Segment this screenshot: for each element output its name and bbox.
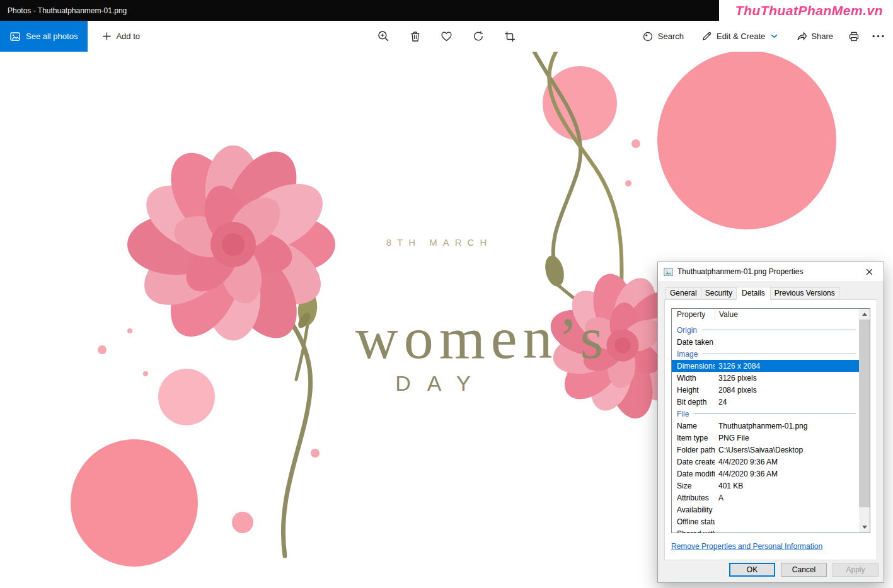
table-row[interactable]: Shared with xyxy=(672,527,859,533)
crop-button[interactable] xyxy=(498,25,521,48)
photo-caption-8th-march: 8TH MARCH xyxy=(386,237,493,248)
list-header: Property Value xyxy=(672,309,859,320)
edit-create-label: Edit & Create xyxy=(717,32,765,41)
property-value: 4/4/2020 9:36 AM xyxy=(715,458,859,466)
site-logo: ThuThuatPhanMem.vn xyxy=(719,0,893,21)
search-label: Search xyxy=(658,32,684,41)
zoom-button[interactable] xyxy=(372,25,395,48)
section-label: Origin xyxy=(672,326,697,335)
add-to-button[interactable]: Add to xyxy=(94,21,148,52)
print-button[interactable] xyxy=(843,25,865,48)
remove-properties-link[interactable]: Remove Properties and Personal Informati… xyxy=(671,542,822,551)
table-row[interactable]: Attributes A xyxy=(672,492,859,504)
table-row[interactable]: Date modified 4/4/2020 9:36 AM xyxy=(672,468,859,480)
properties-dialog: Thuthuatphanmem-01.png Properties Genera… xyxy=(657,262,884,583)
see-all-photos-label: See all photos xyxy=(26,32,78,41)
scrollbar[interactable] xyxy=(859,309,870,533)
edit-create-button[interactable]: Edit & Create xyxy=(693,31,786,42)
more-icon xyxy=(872,35,884,38)
section-rule xyxy=(694,413,856,414)
property-name: Width xyxy=(672,374,715,383)
image-file-icon xyxy=(664,267,673,277)
flower-bud-right xyxy=(542,253,567,288)
dialog-titlebar[interactable]: Thuthuatphanmem-01.png Properties xyxy=(658,262,884,281)
scroll-up-icon xyxy=(862,313,867,316)
column-header-property[interactable]: Property xyxy=(672,310,715,319)
section-rule xyxy=(703,354,856,354)
property-value: 4/4/2020 9:36 AM xyxy=(715,470,859,478)
tab-details[interactable]: Details xyxy=(736,287,771,300)
property-value: 401 KB xyxy=(715,481,859,490)
crop-icon xyxy=(504,31,516,42)
table-row[interactable]: Folder path C:\Users\Saivaa\Desktop xyxy=(672,444,859,456)
property-name: Offline status xyxy=(672,517,715,526)
printer-icon xyxy=(848,31,860,42)
heart-icon xyxy=(441,30,452,42)
property-value: 3126 pixels xyxy=(715,374,859,383)
toolbar: See all photos Add to xyxy=(0,21,893,52)
table-row[interactable]: Date created 4/4/2020 9:36 AM xyxy=(672,456,859,468)
column-header-value[interactable]: Value xyxy=(715,309,859,320)
apply-button[interactable]: Apply xyxy=(833,563,879,577)
cancel-button[interactable]: Cancel xyxy=(781,563,827,577)
titlebar[interactable]: Photos - Thuthuatphanmem-01.png ThuThuat… xyxy=(0,0,893,21)
property-rows: Origin Date taken Image Dimensions 3126 … xyxy=(672,320,859,533)
tab-previous-versions[interactable]: Previous Versions xyxy=(770,287,839,299)
property-name: Shared with xyxy=(672,529,715,534)
toolbar-right-group: Search Edit & Create Share xyxy=(634,21,893,52)
table-row[interactable]: Height 2084 pixels xyxy=(672,384,859,396)
scroll-up-button[interactable] xyxy=(859,309,870,320)
search-button[interactable]: Search xyxy=(634,31,692,42)
tab-general[interactable]: General xyxy=(665,287,701,299)
table-row-selected[interactable]: Dimensions 3126 x 2084 xyxy=(672,360,859,372)
property-value: Thuthuatphanmem-01.png xyxy=(715,422,859,430)
search-icon xyxy=(642,31,654,42)
property-name: Availability xyxy=(672,505,715,514)
table-row[interactable]: Width 3126 pixels xyxy=(672,372,859,384)
property-name: Date taken xyxy=(672,338,715,347)
photo-icon xyxy=(10,32,20,42)
property-value: A xyxy=(715,493,859,502)
dialog-buttons: OK Cancel Apply xyxy=(729,563,879,577)
table-row[interactable]: Offline status xyxy=(672,516,859,527)
magnifier-plus-icon xyxy=(377,30,389,42)
close-button[interactable] xyxy=(855,262,884,281)
site-logo-text: ThuThuatPhanMem.vn xyxy=(735,3,883,18)
property-name: Name xyxy=(672,422,715,430)
toolbar-center-group xyxy=(372,21,521,52)
chevron-down-icon xyxy=(771,34,778,38)
plus-icon xyxy=(102,32,112,41)
dialog-tabs: General Security Details Previous Versio… xyxy=(665,287,839,299)
add-to-label: Add to xyxy=(116,32,140,41)
ok-button[interactable]: OK xyxy=(729,563,775,577)
property-name: Dimensions xyxy=(672,362,715,371)
scrollbar-thumb[interactable] xyxy=(859,320,870,507)
section-label: Image xyxy=(672,350,698,359)
property-name: Bit depth xyxy=(672,398,715,406)
properties-list: Property Value Origin Date taken Image xyxy=(671,308,870,533)
table-row[interactable]: Bit depth 24 xyxy=(672,396,859,408)
delete-button[interactable] xyxy=(404,25,427,48)
scroll-down-button[interactable] xyxy=(859,522,870,533)
section-file: File xyxy=(672,408,859,420)
table-row[interactable]: Size 401 KB xyxy=(672,480,859,492)
property-value: C:\Users\Saivaa\Desktop xyxy=(715,446,859,454)
more-button[interactable] xyxy=(867,25,889,48)
property-name: Folder path xyxy=(672,446,715,454)
section-image: Image xyxy=(672,348,859,360)
table-row[interactable]: Item type PNG File xyxy=(672,432,859,444)
favorite-button[interactable] xyxy=(435,25,458,48)
table-row[interactable]: Availability xyxy=(672,504,859,516)
share-label: Share xyxy=(811,32,833,41)
property-name: Item type xyxy=(672,434,715,442)
table-row[interactable]: Date taken xyxy=(672,336,859,348)
property-name: Height xyxy=(672,386,715,395)
rotate-button[interactable] xyxy=(467,25,490,48)
share-button[interactable]: Share xyxy=(787,31,841,42)
section-rule xyxy=(702,330,856,330)
window-title: Photos - Thuthuatphanmem-01.png xyxy=(8,6,127,15)
table-row[interactable]: Name Thuthuatphanmem-01.png xyxy=(672,420,859,432)
tab-security[interactable]: Security xyxy=(701,287,737,299)
pencil-icon xyxy=(701,31,712,42)
see-all-photos-button[interactable]: See all photos xyxy=(0,21,88,52)
